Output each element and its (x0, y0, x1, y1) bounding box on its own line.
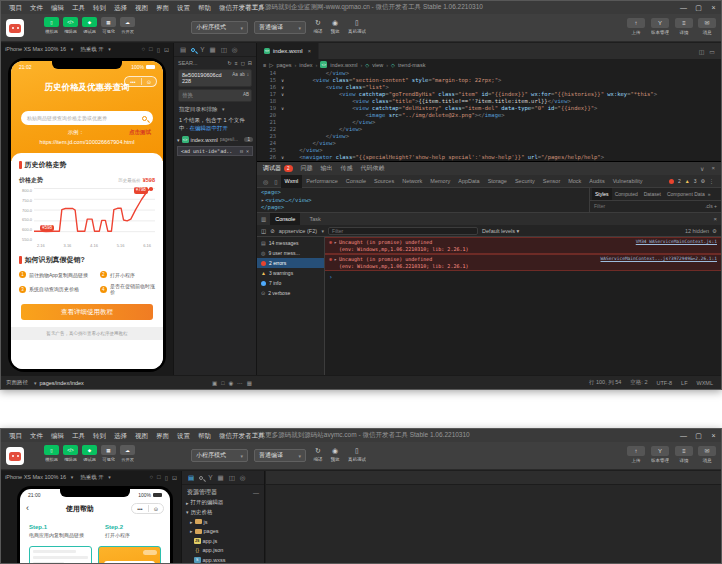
toggle-cloud[interactable]: ☁云开发 (119, 17, 136, 34)
plugin-icon[interactable]: ◫ (229, 474, 235, 482)
breadcrumb-item[interactable]: view (372, 62, 383, 68)
message-button[interactable]: ✉消息 (698, 446, 716, 463)
devtools-tab-audits[interactable]: Audits (585, 175, 608, 188)
split-icon[interactable]: ◫ (699, 48, 705, 55)
tree-section-project[interactable]: ▾历史价格 (182, 508, 264, 518)
log-levels-select[interactable]: Default levels ▾ (482, 228, 519, 234)
bookmark-icon[interactable]: ▷ (269, 62, 273, 68)
example-url[interactable]: https://item.jd.com/100026667904.html (11, 139, 163, 145)
console-filter-error[interactable]: 2 errors (257, 258, 324, 268)
maximize-button[interactable]: ▢ (691, 1, 706, 14)
status-item[interactable]: 行 100, 列 54 (589, 379, 621, 386)
console-filter-input[interactable]: Filter (328, 227, 478, 235)
element-node[interactable]: </page> (261, 204, 585, 212)
list-icon[interactable]: ≡ (263, 62, 266, 68)
styles-cls-controls[interactable]: .cls + (705, 203, 717, 209)
devtools-tab-security[interactable]: Security (511, 175, 539, 188)
files-icon[interactable]: ▤ (180, 46, 186, 54)
toggle-code[interactable]: </>编辑器 (62, 17, 79, 34)
breadcrumb-item[interactable]: pages (276, 62, 291, 68)
menu-item[interactable]: 编辑 (47, 1, 68, 14)
element-node[interactable]: ▸<view>…</view> (261, 197, 585, 205)
screenshot-icon[interactable]: □ (221, 380, 224, 386)
debugger-tab[interactable]: 输出 (321, 164, 333, 173)
console-error-row[interactable]: ⊗▸Uncaught (in promise) undefined(env: W… (325, 237, 721, 254)
tree-item-app-js[interactable]: JSapp.js (182, 536, 264, 546)
gear-icon[interactable]: ⚙ (712, 228, 717, 234)
device-select[interactable]: iPhone XS Max 100% 16 ▾ (5, 474, 73, 480)
device-button[interactable]: ▯真机调试 (347, 446, 367, 462)
debugger-tab[interactable]: 传感 (341, 164, 353, 173)
device-frame-icon[interactable]: ▯ (157, 46, 160, 53)
page-path-value[interactable]: pages/index/index (40, 380, 84, 386)
toggle-grid[interactable]: ▦可视化 (100, 445, 117, 462)
eye-icon[interactable]: ◎ (240, 474, 246, 482)
overflow-chevron-icon[interactable]: » (708, 191, 711, 197)
search-result-file[interactable]: ▾ index.wxml pages/i... 1 (174, 134, 256, 145)
console-error-row[interactable]: ⊗▸Uncaught (in promise) undefined(env: W… (325, 254, 721, 271)
menu-item[interactable]: 微信开发者工具 (215, 429, 269, 442)
menu-item[interactable]: 工具 (68, 429, 89, 442)
close-tab-icon[interactable]: × (308, 48, 311, 54)
breadcrumb-item[interactable]: index (299, 62, 312, 68)
console-tab-task[interactable]: Task (304, 213, 325, 225)
fold-caret-icon[interactable]: ∨ (279, 105, 286, 112)
toggle-cloud[interactable]: ☁云开发 (119, 445, 136, 462)
fold-caret-icon[interactable]: ∨ (279, 154, 286, 161)
kebab-menu-icon[interactable]: ⋮ (709, 178, 714, 184)
fold-caret-icon[interactable]: ∨ (279, 91, 286, 98)
toggle-bug[interactable]: ◆调试器 (81, 17, 98, 34)
status-item[interactable]: WXML (697, 380, 714, 386)
record-icon[interactable]: ◉ (228, 380, 233, 386)
tree-item-app-wxss[interactable]: Sapp.wxss (182, 555, 264, 564)
breadcrumb-item[interactable]: index.wxml (330, 62, 357, 68)
minimize-button[interactable]: — (676, 1, 691, 14)
tree-section-open-editors[interactable]: ▸打开的编辑器 (182, 498, 264, 508)
debugger-tab[interactable]: 代码依赖 (361, 164, 385, 173)
eye-icon[interactable]: ◎ (232, 46, 238, 54)
devtools-tab-wxml[interactable]: Wxml (281, 175, 303, 188)
branch-button[interactable]: Y版本管理 (650, 446, 670, 463)
preview-button[interactable]: ◉预览 (330, 18, 340, 34)
tab-index-wxml[interactable]: index.wxml × (257, 43, 319, 59)
error-source-link[interactable]: VM34 WAServiceMainContext.js:1 (636, 239, 717, 252)
styles-tab-component-data[interactable]: Component Data (664, 188, 708, 200)
breadcrumb-item[interactable]: trend-mask (398, 62, 426, 68)
branch-button[interactable]: Y版本管理 (650, 18, 670, 35)
panel-icon[interactable]: ▭ (709, 48, 715, 55)
replace-all-icon[interactable]: AB (243, 92, 249, 97)
list-icon[interactable]: ≡ (235, 60, 238, 66)
devtools-tab-console[interactable]: Console (342, 175, 370, 188)
menu-item[interactable]: 文件 (26, 1, 47, 14)
element-node[interactable]: <page> (261, 189, 585, 197)
devtools-tab-appdata[interactable]: AppData (454, 175, 483, 188)
close-button[interactable]: × (706, 429, 721, 442)
capsule-menu[interactable]: •••⊙ (131, 503, 164, 514)
menu-item[interactable]: 界面 (152, 429, 173, 442)
open-in-editor-link[interactable]: 在编辑器中打开 (189, 125, 228, 131)
console-log-area[interactable]: ⊗▸Uncaught (in promise) undefined(env: W… (325, 237, 721, 375)
output-icon[interactable]: ⊡ (172, 474, 177, 481)
debugger-tab[interactable]: 问题 (301, 164, 313, 173)
menu-item[interactable]: 帮助 (194, 429, 215, 442)
upload-button[interactable]: ↑上传 (627, 446, 645, 463)
search-icon[interactable] (199, 476, 203, 480)
tab-debugger[interactable]: 调试器 2 (263, 164, 293, 173)
search-input[interactable]: 粘贴商品链接查询价格走势或优惠券 (21, 111, 153, 125)
status-item[interactable]: UTF-8 (656, 380, 672, 386)
toggle-code[interactable]: </>编辑器 (62, 445, 79, 462)
collapse-panel-icon[interactable]: — (253, 490, 259, 496)
collapse-icon[interactable]: ⊟ (248, 60, 252, 66)
menu-item[interactable]: 转到 (89, 429, 110, 442)
rotate-icon[interactable]: ○ (149, 474, 153, 481)
console-filter-verbose[interactable]: ⊙2 verbose (257, 288, 324, 298)
error-source-link[interactable]: WAServiceMainContext...js?3972949&=2.26.… (601, 256, 718, 269)
devtools-tab-performance[interactable]: Performance (302, 175, 342, 188)
console-sidebar-toggle-icon[interactable]: ◫ (261, 228, 266, 234)
toggle-bug[interactable]: ◆调试器 (81, 445, 98, 462)
menu-item[interactable]: 项目 (5, 429, 26, 442)
chevron-down-icon[interactable]: ▾ (34, 380, 37, 386)
message-button[interactable]: ✉消息 (698, 18, 716, 35)
tree-item-pages[interactable]: ▸pages (182, 527, 264, 537)
details-button[interactable]: ≡详情 (675, 18, 693, 35)
